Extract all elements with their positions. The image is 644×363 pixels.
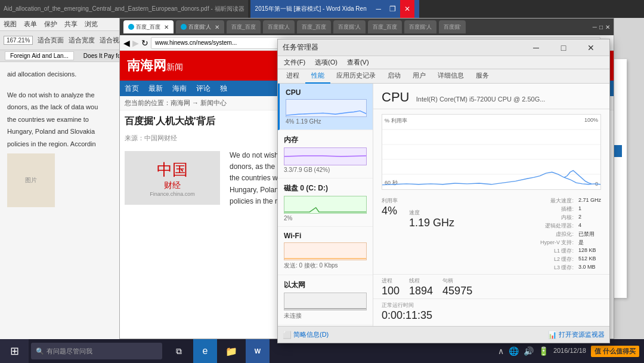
cpu-cores-value: 2: [578, 214, 601, 220]
cpu-uptime-area: 正常运行时间 0:00:11:35: [373, 299, 609, 326]
cpu-detail-title: CPU: [382, 90, 409, 105]
taskmanager-tab-processes[interactable]: 进程: [280, 69, 305, 84]
browser-tab-1[interactable]: 百度_百度 ✕: [123, 20, 174, 33]
taskmanager-tab-services[interactable]: 服务: [470, 69, 495, 84]
taskbar-explorer-btn[interactable]: 📁: [219, 339, 243, 363]
taskmanager-resource-memory[interactable]: 内存 3.3/7.9 GB (42%): [278, 130, 373, 179]
browser-maximize[interactable]: □: [599, 24, 603, 30]
browser-refresh[interactable]: ↻: [141, 38, 148, 48]
cpu-detail-header: CPU Intel(R) Core(TM) i5-7200U CPU @ 2.5…: [373, 84, 609, 109]
cpu-handles-value: 45975: [442, 285, 472, 298]
cpu-processes-value: 100: [382, 285, 400, 298]
browser-back[interactable]: ◀: [123, 38, 130, 48]
news-image: 中国 财经 Finance.china.com: [125, 151, 220, 205]
pdf-doc-tab2[interactable]: Does It Pay fo: [79, 52, 126, 60]
cpu-l3-value: 3.0 MB: [578, 264, 601, 270]
news-nav-latest[interactable]: 最新: [148, 84, 163, 94]
pdf-menu-view[interactable]: 视图: [4, 20, 17, 29]
browser-tab-8[interactable]: 百度掘'人: [404, 20, 436, 33]
pdf-menu-share[interactable]: 共享: [64, 20, 78, 29]
taskmanager-resource-cpu[interactable]: CPU 4% 1.19 GHz: [278, 84, 373, 130]
news-nav-hainan[interactable]: 海南: [172, 84, 187, 94]
pdf-image-placeholder: 图片: [7, 153, 55, 207]
pdf-menu-protect[interactable]: 保护: [44, 20, 57, 29]
taskmanager-resource-disk[interactable]: 磁盘 0 (C: D:) 2%: [278, 179, 373, 227]
windows-logo-icon: ⊞: [10, 344, 19, 358]
taskmanager-minimize-btn[interactable]: ─: [522, 39, 550, 56]
browser-tab-2[interactable]: 百度掘'人 ✕: [176, 20, 224, 33]
cpu-speed-value: 1.19 GHz: [409, 217, 454, 230]
taskmanager-menu-options[interactable]: 选项(O): [311, 57, 341, 68]
pdf-doc-tab1[interactable]: Foreign Aid and Lan...: [5, 51, 74, 60]
taskmanager-tab-startup[interactable]: 启动: [382, 69, 407, 84]
cpu-processes-cell: 进程 100: [382, 277, 400, 298]
taskmanager-menu-view[interactable]: 查看(V): [343, 57, 373, 68]
cpu-l3-label: L3 缓存:: [540, 264, 574, 272]
taskbar-volume-icon[interactable]: 🔊: [524, 346, 534, 356]
taskmanager-tab-apphistory[interactable]: 应用历史记录: [330, 69, 382, 84]
wifi-mini-graph: [284, 242, 367, 260]
pdf-fit-page[interactable]: 适合页面: [38, 36, 64, 45]
cpu-logical-label: 逻辑处理器:: [540, 222, 574, 230]
cpu-logical-value: 4: [578, 222, 601, 228]
news-nav-more[interactable]: 独: [220, 84, 227, 94]
word-restore[interactable]: ❐: [386, 0, 400, 18]
cpu-uptime-value: 0:00:11:35: [382, 309, 601, 322]
cpu-maxspeed-label: 最大速度:: [540, 197, 574, 205]
top-word-title: 2015年第一辑 [兼容模式] - Word Xida Ren: [255, 5, 367, 13]
taskmanager-menubar: 文件(F) 选项(O) 查看(V): [278, 56, 609, 69]
pdf-zoom-value[interactable]: 167.21%: [4, 36, 33, 45]
browser-tab-6[interactable]: 百度掘'人: [333, 20, 366, 33]
open-monitor-label[interactable]: 打开资源监视器: [559, 330, 605, 339]
taskmanager-tabs: 进程 性能 应用历史记录 启动 用户 详细信息 服务: [278, 69, 609, 84]
taskmanager-maximize-btn[interactable]: □: [550, 39, 577, 56]
taskmanager-menu-file[interactable]: 文件(F): [280, 57, 309, 68]
cpu-hyperv-label: Hyper-V 支持:: [540, 239, 574, 247]
pdf-fit-width[interactable]: 适合宽度: [69, 36, 95, 45]
taskbar-network-icon[interactable]: 🌐: [509, 346, 519, 356]
start-button[interactable]: ⊞: [0, 339, 29, 363]
taskmanager-close-btn[interactable]: ✕: [577, 39, 605, 56]
browser-tab-5[interactable]: 百度_百度: [297, 20, 331, 33]
news-nav-comment[interactable]: 评论: [196, 84, 210, 94]
mem-resource-detail: 3.3/7.9 GB (42%): [284, 167, 367, 173]
word-minimize[interactable]: ─: [371, 0, 386, 18]
taskbar-taskview-btn[interactable]: ⧉: [167, 339, 191, 363]
browser-forward[interactable]: ▶: [132, 38, 139, 48]
browser-tab-3[interactable]: 百度_百度: [227, 20, 261, 33]
browser-close[interactable]: ✕: [605, 24, 610, 30]
taskmanager-tab-details[interactable]: 详细信息: [432, 69, 470, 84]
taskmanager-resource-ethernet[interactable]: 以太网 未连接: [278, 275, 373, 325]
browser-minimize[interactable]: ─: [593, 24, 597, 30]
taskbar-search-icon: 🔍: [36, 347, 44, 355]
browser-tab-4[interactable]: 百度掘'人: [263, 20, 295, 33]
cpu-l1-label: L1 缓存:: [540, 247, 574, 255]
word-close[interactable]: ✕: [400, 0, 414, 18]
cpu-speed-label: 速度: [409, 209, 454, 217]
eth-resource-detail: 未连接: [284, 312, 367, 320]
pdf-menu-browse[interactable]: 浏览: [85, 20, 98, 29]
news-nav-home[interactable]: 首页: [125, 84, 139, 94]
taskmanager-tab-users[interactable]: 用户: [407, 69, 432, 84]
cpu-resource-detail: 4% 1.19 GHz: [286, 118, 367, 125]
cpu-cores-label: 内核:: [540, 214, 574, 222]
wifi-resource-detail: 发送: 0 接收: 0 Kbps: [284, 262, 367, 270]
browser-tab-7[interactable]: 百度_百度: [368, 20, 402, 33]
mem-resource-name: 内存: [284, 135, 367, 145]
browser-titlebar: 百度_百度 ✕ 百度掘'人 ✕ 百度_百度 百度掘'人 百度_百度 百度掘'人 …: [120, 19, 614, 35]
taskbar-chevron-icon[interactable]: ∧: [498, 346, 504, 356]
cpu-stats-top: 利用率 4% 速度 1.19 GHz 最大速度: 2.71 GHz 插槽: 1 …: [373, 195, 609, 274]
pdf-menu-form[interactable]: 表单: [24, 20, 37, 29]
taskbar-word-btn[interactable]: W: [246, 339, 270, 363]
taskmanager-summary-link[interactable]: ⬜ 简略信息(D): [283, 330, 329, 339]
taskbar-clock: 2016/12/18: [553, 346, 586, 355]
taskbar-battery-icon[interactable]: 🔋: [538, 346, 549, 356]
taskbar-search-box[interactable]: 🔍 有问题尽管问我: [31, 343, 162, 359]
browser-tab-9[interactable]: 百度掘': [439, 20, 466, 33]
taskmanager-open-monitor-link[interactable]: 📊 打开资源监视器: [548, 330, 605, 339]
cpu-sockets-label: 插槽:: [540, 205, 574, 213]
summary-label[interactable]: 简略信息(D): [293, 330, 329, 339]
taskbar-edge-btn[interactable]: e: [193, 339, 217, 363]
taskmanager-tab-performance[interactable]: 性能: [305, 69, 330, 84]
taskmanager-resource-wifi[interactable]: Wi-Fi 发送: 0 接收: 0 Kbps: [278, 227, 373, 275]
